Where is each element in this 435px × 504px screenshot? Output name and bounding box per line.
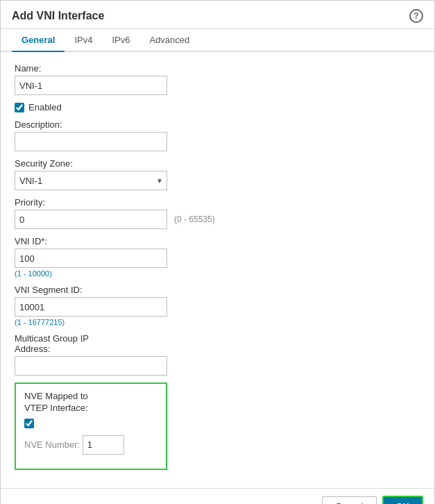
name-label: Name: — [15, 63, 420, 74]
vni-id-group: VNI ID*: (1 - 10000) — [15, 236, 420, 278]
nve-number-input[interactable] — [83, 435, 124, 455]
priority-group: Priority: (0 - 65535) — [15, 197, 420, 229]
nve-number-group: NVE Number: — [24, 435, 157, 455]
cancel-button[interactable]: Cancel — [322, 496, 376, 504]
vni-id-input[interactable] — [15, 249, 167, 268]
multicast-input[interactable] — [15, 356, 167, 376]
enabled-label: Enabled — [28, 102, 62, 112]
nve-box: NVE Mapped to VTEP Interface: NVE Number… — [15, 383, 167, 470]
vni-segment-group: VNI Segment ID: (1 - 16777215) — [15, 285, 420, 326]
priority-inline: (0 - 65535) — [15, 210, 420, 229]
vni-segment-hint: (1 - 16777215) — [15, 318, 420, 326]
ok-button[interactable]: OK — [382, 496, 424, 504]
dialog-footer: Cancel OK — [1, 488, 434, 504]
description-input[interactable] — [15, 132, 167, 151]
dialog-header: Add VNI Interface ? — [1, 1, 434, 29]
multicast-group: Multicast Group IP Address: — [15, 333, 420, 376]
name-group: Name: — [15, 63, 420, 95]
security-zone-select[interactable]: VNI-1 — [15, 171, 167, 190]
tab-advanced[interactable]: Advanced — [139, 29, 199, 52]
vni-id-hint: (1 - 10000) — [15, 269, 420, 278]
security-zone-group: Security Zone: VNI-1 ▼ — [15, 158, 420, 190]
add-vni-interface-dialog: Add VNI Interface ? General IPv4 IPv6 Ad… — [0, 0, 435, 504]
name-input[interactable] — [15, 76, 167, 95]
vni-segment-input[interactable] — [15, 297, 167, 317]
description-label: Description: — [15, 119, 420, 130]
priority-input[interactable] — [15, 210, 167, 229]
vni-id-label: VNI ID*: — [15, 236, 420, 246]
security-zone-select-wrapper: VNI-1 ▼ — [15, 171, 167, 190]
tabs-bar: General IPv4 IPv6 Advanced — [1, 29, 434, 52]
priority-label: Priority: — [15, 197, 420, 208]
security-zone-label: Security Zone: — [15, 158, 420, 169]
help-icon[interactable]: ? — [409, 9, 423, 23]
dialog-title: Add VNI Interface — [12, 10, 104, 22]
nve-checkbox-row — [24, 419, 157, 428]
nve-box-label: NVE Mapped to VTEP Interface: — [24, 391, 157, 414]
tab-general[interactable]: General — [12, 29, 65, 52]
enabled-row: Enabled — [15, 102, 420, 112]
description-group: Description: — [15, 119, 420, 151]
nve-checkbox[interactable] — [24, 419, 34, 428]
vni-segment-label: VNI Segment ID: — [15, 285, 420, 295]
nve-number-label: NVE Number: — [24, 439, 80, 450]
enabled-checkbox[interactable] — [15, 103, 24, 112]
priority-hint: (0 - 65535) — [174, 215, 215, 224]
dialog-body: Name: Enabled Description: Security Zone… — [1, 52, 434, 488]
multicast-label: Multicast Group IP Address: — [15, 333, 420, 354]
tab-ipv4[interactable]: IPv4 — [65, 29, 102, 52]
tab-ipv6[interactable]: IPv6 — [102, 29, 139, 52]
